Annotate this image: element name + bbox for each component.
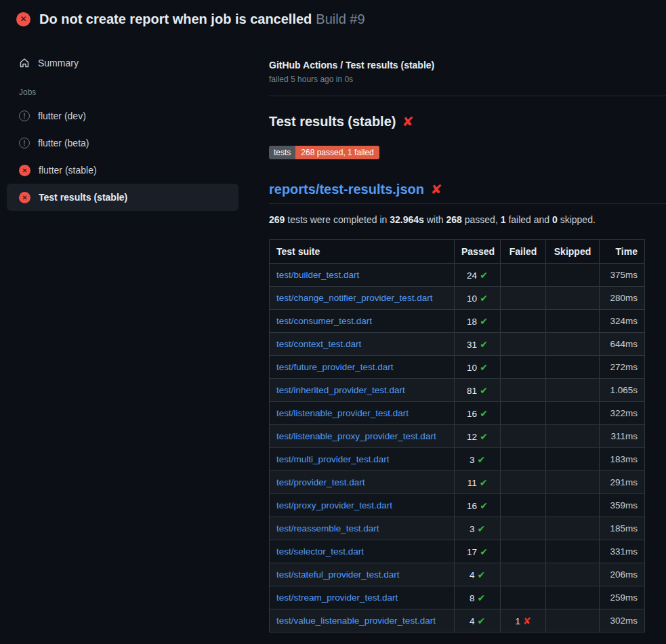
test-suite-link[interactable]: test/listenable_provider_test.dart <box>276 408 409 418</box>
passed-cell: 4✔ <box>455 609 501 632</box>
table-row: test/provider_test.dart11✔291ms <box>270 471 645 494</box>
failed-cell <box>501 540 546 563</box>
summary-part: with <box>424 214 446 225</box>
sidebar-item-job-0[interactable]: !flutter (dev) <box>7 102 238 129</box>
table-row: test/stream_provider_test.dart8✔259ms <box>270 586 645 609</box>
test-suite-link[interactable]: test/stream_provider_test.dart <box>276 592 398 603</box>
table-row: test/value_listenable_provider_test.dart… <box>270 609 645 632</box>
check-icon: ✔ <box>480 408 488 419</box>
failed-cell <box>501 379 546 402</box>
col-header-failed: Failed <box>501 240 546 264</box>
skipped-cell <box>546 425 600 448</box>
run-title: Do not create report when job is cancell… <box>39 12 312 26</box>
passed-cell-count: 4 <box>470 570 475 580</box>
job-failed-icon: ✕ <box>19 192 30 203</box>
sidebar-item-summary[interactable]: Summary <box>7 49 238 77</box>
test-suite-link[interactable]: test/multi_provider_test.dart <box>276 454 390 464</box>
time-cell: 324ms <box>600 310 645 333</box>
report-title: reports/test-results.json ✘ <box>269 182 666 197</box>
failed-cell <box>501 586 546 609</box>
failed-x-icon: ✘ <box>402 115 415 128</box>
table-row: test/consumer_test.dart18✔324ms <box>270 310 645 333</box>
failed-cell <box>501 471 546 494</box>
test-suite-link[interactable]: test/builder_test.dart <box>276 270 359 280</box>
cross-icon: ✘ <box>523 616 531 626</box>
sidebar-item-job-3[interactable]: ✕Test results (stable) <box>7 184 238 211</box>
check-icon: ✔ <box>477 454 485 465</box>
skipped-cell <box>546 609 600 632</box>
passed-cell: 81✔ <box>455 379 501 402</box>
time-cell: 206ms <box>600 563 645 586</box>
test-suite-cell: test/stateful_provider_test.dart <box>270 563 455 586</box>
summary-part: 268 <box>446 214 462 225</box>
summary-part: skipped. <box>558 214 596 225</box>
test-suite-cell: test/selector_test.dart <box>270 540 455 563</box>
test-suite-link[interactable]: test/proxy_provider_test.dart <box>276 500 392 510</box>
failed-cell <box>501 494 546 517</box>
table-row: test/context_test.dart31✔644ms <box>270 333 645 356</box>
summary-part: 32.964s <box>390 214 424 225</box>
time-cell: 291ms <box>600 471 645 494</box>
check-icon: ✔ <box>480 339 488 350</box>
check-icon: ✔ <box>480 362 488 373</box>
test-suite-cell: test/proxy_provider_test.dart <box>270 494 455 517</box>
passed-cell-count: 18 <box>467 317 477 327</box>
col-header-skipped: Skipped <box>546 240 600 264</box>
col-header-time: Time <box>600 240 645 264</box>
test-suite-link[interactable]: test/inherited_provider_test.dart <box>276 385 405 395</box>
sidebar-item-job-1[interactable]: !flutter (beta) <box>7 129 238 157</box>
check-icon: ✔ <box>480 431 488 442</box>
passed-cell: 3✔ <box>455 448 501 471</box>
sidebar: Summary Jobs !flutter (dev)!flutter (bet… <box>0 38 269 211</box>
test-suite-link[interactable]: test/change_notifier_provider_test.dart <box>276 293 432 303</box>
time-cell: 183ms <box>600 448 645 471</box>
check-icon: ✔ <box>480 316 488 327</box>
check-icon: ✔ <box>477 592 485 603</box>
failed-cell <box>501 402 546 425</box>
test-suite-link[interactable]: test/provider_test.dart <box>276 477 365 487</box>
badge-label: tests <box>269 146 295 159</box>
test-suite-cell: test/consumer_test.dart <box>270 310 455 333</box>
section-title-text: Test results (stable) <box>269 114 396 129</box>
check-icon: ✔ <box>477 523 485 534</box>
test-suite-link[interactable]: test/stateful_provider_test.dart <box>276 569 400 580</box>
test-suite-link[interactable]: test/consumer_test.dart <box>276 316 372 326</box>
sidebar-item-label: Summary <box>38 58 79 68</box>
summary-part: passed, <box>462 214 501 225</box>
test-suite-link[interactable]: test/context_test.dart <box>276 339 361 349</box>
failed-x-icon: ✘ <box>430 183 442 196</box>
table-row: test/listenable_proxy_provider_test.dart… <box>270 425 645 448</box>
skipped-cell <box>546 517 600 540</box>
job-label: flutter (stable) <box>39 165 97 176</box>
time-cell: 322ms <box>600 402 645 425</box>
test-suite-cell: test/context_test.dart <box>270 333 455 356</box>
time-cell: 644ms <box>600 333 645 356</box>
check-icon: ✔ <box>480 293 488 304</box>
time-cell: 272ms <box>600 356 645 379</box>
badge-value: 268 passed, 1 failed <box>295 146 379 159</box>
failed-cell <box>501 264 546 287</box>
table-row: test/multi_provider_test.dart3✔183ms <box>270 448 645 471</box>
test-suite-cell: test/future_provider_test.dart <box>270 356 455 379</box>
table-row: test/inherited_provider_test.dart81✔1.06… <box>270 379 645 402</box>
check-icon: ✔ <box>477 569 485 580</box>
time-cell: 375ms <box>600 264 645 287</box>
failed-cell <box>501 356 546 379</box>
test-suite-link[interactable]: test/listenable_proxy_provider_test.dart <box>276 431 436 441</box>
test-suite-link[interactable]: test/reassemble_test.dart <box>276 523 379 534</box>
table-row: test/stateful_provider_test.dart4✔206ms <box>270 563 645 586</box>
passed-cell: 24✔ <box>455 264 501 287</box>
test-suite-link[interactable]: test/selector_test.dart <box>276 546 364 557</box>
test-suite-link[interactable]: test/future_provider_test.dart <box>276 362 394 372</box>
time-cell: 359ms <box>600 494 645 517</box>
skipped-cell <box>546 471 600 494</box>
passed-cell-count: 24 <box>467 270 477 281</box>
passed-cell: 17✔ <box>455 540 501 563</box>
table-row: test/reassemble_test.dart3✔185ms <box>270 517 645 540</box>
build-number: Build #9 <box>316 12 365 26</box>
passed-cell: 31✔ <box>455 333 501 356</box>
sidebar-item-job-2[interactable]: ✕flutter (stable) <box>7 157 238 184</box>
test-suite-link[interactable]: test/value_listenable_provider_test.dart <box>276 616 436 626</box>
time-cell: 185ms <box>600 517 645 540</box>
report-file-link[interactable]: reports/test-results.json <box>269 182 424 197</box>
